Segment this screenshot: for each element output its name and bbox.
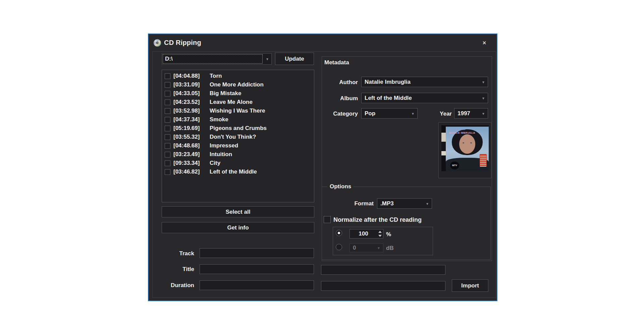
author-value: Natalie Imbruglia: [362, 79, 411, 85]
track-row[interactable]: [05:19.69]Pigeons and Crumbs: [162, 124, 314, 133]
percent-unit-label: %: [386, 231, 391, 238]
track-row[interactable]: [04:33.05]Big Mistake: [162, 89, 314, 98]
output-field-1[interactable]: [321, 265, 445, 275]
title-bar[interactable]: CD Ripping ×: [149, 34, 497, 51]
track-row[interactable]: [04:48.68]Impressed: [162, 141, 314, 150]
title-field-label: Title: [149, 266, 194, 273]
track-row[interactable]: [03:23.49]Intuition: [162, 150, 314, 159]
cover-artist-text: NATALIE IMBRUGLIA: [449, 132, 475, 134]
mtv-sticker: MTV: [450, 161, 459, 170]
cd-disc-icon: [153, 39, 161, 47]
album-combobox[interactable]: Left of the Middle ▼: [361, 93, 488, 103]
percent-spinner[interactable]: 100: [350, 229, 383, 239]
spinner-buttons[interactable]: [377, 230, 382, 238]
db-unit-label: dB: [386, 245, 394, 252]
db-radio[interactable]: [336, 244, 342, 250]
track-duration: [04:33.05]: [173, 90, 206, 97]
track-row[interactable]: [03:52.98]Wishing I Was There: [162, 107, 314, 115]
track-duration: [04:04.88]: [173, 73, 206, 79]
chevron-down-icon[interactable]: ▼: [426, 202, 429, 205]
track-checkbox[interactable]: [165, 99, 170, 105]
drive-combobox[interactable]: D:\ ▼: [162, 53, 272, 65]
track-title: Intuition: [210, 151, 232, 158]
close-button[interactable]: ×: [479, 39, 489, 47]
track-title: Pigeons and Crumbs: [210, 125, 267, 132]
percent-value: 100: [350, 229, 377, 238]
album-art-frame: left of the middle NATALIE IMBRUGLIA MTV: [438, 122, 491, 178]
chevron-down-icon[interactable]: ▼: [411, 112, 415, 115]
track-checkbox[interactable]: [165, 169, 170, 175]
track-checkbox[interactable]: [165, 82, 170, 88]
track-checkbox[interactable]: [165, 126, 170, 131]
year-value: 1997: [454, 110, 470, 117]
track-checkbox[interactable]: [165, 108, 170, 114]
track-row[interactable]: [03:46.82]Left of the Middle: [162, 168, 314, 176]
track-checkbox[interactable]: [165, 152, 170, 157]
track-title: Left of the Middle: [210, 169, 257, 175]
track-row[interactable]: [04:37.34]Smoke: [162, 115, 314, 124]
category-combobox[interactable]: Pop ▼: [361, 108, 418, 119]
track-checkbox[interactable]: [165, 117, 170, 123]
track-checkbox[interactable]: [165, 91, 170, 96]
jewel-case-spine: [441, 125, 446, 171]
normalize-label: Normalize after the CD reading: [333, 216, 422, 223]
track-duration: [03:46.82]: [173, 169, 206, 175]
album-art-image: left of the middle NATALIE IMBRUGLIA MTV: [441, 125, 489, 171]
track-row[interactable]: [04:04.88]Torn: [162, 72, 314, 80]
output-field-2[interactable]: [321, 281, 445, 291]
update-button[interactable]: Update: [275, 53, 314, 65]
percent-radio[interactable]: [336, 230, 342, 236]
cover-eye-shape: [470, 142, 472, 143]
track-checkbox[interactable]: [165, 160, 170, 166]
category-value: Pop: [362, 110, 375, 117]
chevron-down-icon[interactable]: ▼: [266, 57, 269, 61]
duration-field-label: Duration: [149, 282, 194, 289]
track-input[interactable]: [200, 248, 314, 258]
track-title: One More Addiction: [210, 81, 264, 88]
year-label: Year: [424, 111, 452, 117]
track-duration: [04:48.68]: [173, 142, 206, 149]
format-combobox[interactable]: .MP3 ▼: [377, 198, 432, 209]
track-duration: [09:33.34]: [173, 160, 206, 166]
duration-input[interactable]: [200, 280, 314, 290]
chevron-down-icon[interactable]: ▼: [482, 112, 485, 115]
metadata-group-label: Metadata: [324, 59, 349, 66]
track-row[interactable]: [09:33.34]City: [162, 159, 314, 168]
track-row[interactable]: [04:23.52]Leave Me Alone: [162, 98, 314, 107]
chevron-down-icon: ▼: [377, 246, 380, 250]
chevron-down-icon[interactable]: ▼: [482, 96, 485, 100]
cover-face-shape: [459, 134, 476, 154]
title-input[interactable]: [200, 264, 314, 274]
track-title: Don't You Think?: [210, 134, 256, 140]
select-all-button[interactable]: Select all: [162, 206, 314, 217]
chevron-down-icon[interactable]: ▼: [482, 80, 485, 84]
format-label: Format: [330, 200, 374, 207]
album-cover: left of the middle NATALIE IMBRUGLIA MTV: [446, 127, 489, 171]
track-checkbox[interactable]: [165, 143, 170, 149]
track-checkbox[interactable]: [165, 73, 170, 79]
track-row[interactable]: [03:31.09]One More Addiction: [162, 80, 314, 89]
normalize-checkbox[interactable]: [324, 216, 331, 223]
track-title: Big Mistake: [210, 90, 241, 97]
track-duration: [04:23.52]: [173, 99, 206, 106]
track-duration: [03:31.09]: [173, 81, 206, 88]
track-checkbox[interactable]: [165, 134, 170, 140]
track-duration: [03:55.32]: [173, 134, 206, 140]
track-duration: [03:23.49]: [173, 151, 206, 158]
track-title: Impressed: [210, 142, 238, 149]
track-duration: [05:19.69]: [173, 125, 206, 132]
spin-down-icon[interactable]: [378, 235, 382, 237]
db-combobox[interactable]: 0 ▼: [350, 244, 383, 252]
year-combobox[interactable]: 1997 ▼: [454, 108, 488, 119]
cover-eye-shape: [463, 142, 464, 143]
get-info-button[interactable]: Get info: [162, 222, 314, 233]
track-row[interactable]: [03:55.32]Don't You Think?: [162, 133, 314, 141]
format-value: .MP3: [377, 200, 394, 207]
author-combobox[interactable]: Natalie Imbruglia ▼: [361, 77, 488, 87]
import-button[interactable]: Import: [452, 279, 488, 292]
track-list[interactable]: [04:04.88]Torn [03:31.09]One More Addict…: [162, 70, 314, 202]
db-value: 0: [350, 245, 356, 251]
album-value: Left of the Middle: [362, 95, 412, 102]
spin-up-icon[interactable]: [378, 231, 382, 233]
track-title: Smoke: [210, 116, 228, 123]
